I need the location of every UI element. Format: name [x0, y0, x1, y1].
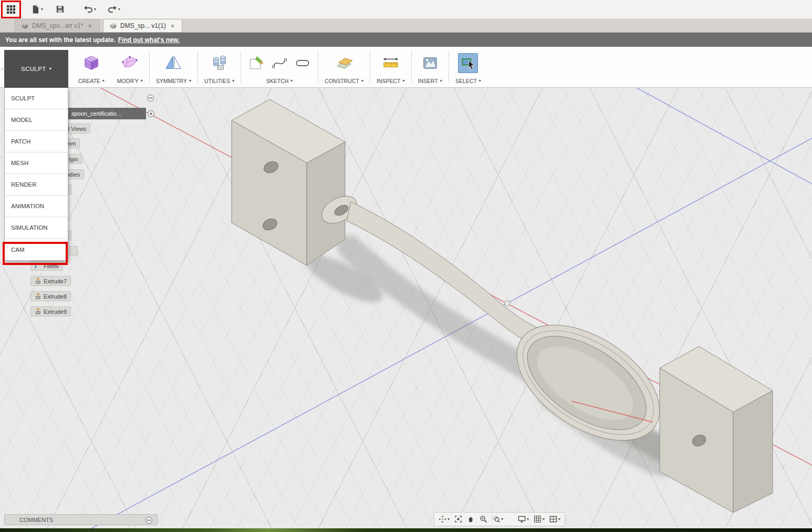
comments-collapse-button[interactable] [145, 516, 153, 525]
workspace-menu-item-model[interactable]: MODEL [5, 109, 68, 131]
menu-item-label: SIMULATION [11, 224, 47, 231]
workspace-current-label: SCULPT [21, 66, 46, 72]
ribbon-group-create[interactable]: CREATE▾ [72, 47, 111, 87]
sketch-pencil-icon [248, 55, 264, 71]
tab-close-icon[interactable]: × [170, 22, 176, 30]
zoom-icon [480, 515, 487, 523]
ribbon-group-construct[interactable]: CONSTRUCT▾ [318, 47, 370, 87]
browser-item-partial[interactable] [67, 246, 78, 256]
caret-down-icon: ▾ [403, 79, 405, 83]
redo-button[interactable]: ▾ [105, 3, 123, 15]
workspace-menu-item-animation[interactable]: ANIMATION [5, 196, 68, 217]
workspace-switcher-button[interactable]: SCULPT ▾ [4, 50, 68, 88]
pan-orbit-icon [439, 515, 446, 523]
workspace-menu-item-render[interactable]: RENDER [5, 174, 68, 196]
pan-hand-button[interactable] [465, 514, 477, 524]
minus-circle-icon [147, 94, 154, 102]
browser-item-fillet6[interactable]: Fillet6 [30, 261, 63, 271]
ribbon-group-symmetry[interactable]: SYMMETRY▾ [150, 47, 197, 87]
browser-collapse-button[interactable] [147, 94, 154, 104]
update-banner-message: You are all set with the latest update. [5, 36, 116, 44]
workspace-menu: SCULPT MODEL PATCH MESH RENDER ANIMATION… [4, 88, 68, 261]
workspace-menu-item-mesh[interactable]: MESH [5, 152, 68, 174]
menu-item-label: ANIMATION [11, 203, 44, 209]
navigation-bar: ▾ ▾ [434, 512, 565, 526]
workspace-menu-item-simulation[interactable]: SIMULATION [5, 217, 68, 239]
redo-caret-icon: ▾ [118, 7, 120, 12]
workspace-menu-item-patch[interactable]: PATCH [5, 131, 68, 152]
browser-item-extrude7[interactable]: Extrude7 [30, 276, 71, 286]
measure-ruler-icon [382, 54, 400, 72]
workspace-menu-item-sculpt[interactable]: SCULPT [5, 88, 68, 109]
document-tab-2[interactable]: DMS_sp... v1(1) × [103, 19, 182, 32]
ribbon-group-label: CONSTRUCT [325, 78, 359, 84]
file-menu-button[interactable]: ▾ [28, 3, 46, 16]
browser-item-extrude9[interactable]: Extrude9 [30, 306, 71, 316]
create-icon[interactable] [81, 53, 101, 73]
panel-collapse-arrow[interactable]: ‹ [0, 65, 5, 71]
symmetry-icon[interactable] [163, 53, 183, 73]
spoon-body[interactable] [317, 191, 680, 464]
ribbon-group-label: UTILITIES [204, 78, 230, 84]
ribbon-group-insert[interactable]: INSERT▾ [412, 47, 449, 87]
caret-down-icon: ▾ [479, 79, 481, 83]
sketch-slot-icon[interactable] [294, 54, 311, 72]
menu-item-label: MESH [11, 160, 28, 166]
browser-visibility-button[interactable] [147, 110, 155, 120]
fixture-block-1[interactable] [232, 99, 345, 265]
file-menu-caret-icon: ▾ [41, 7, 43, 12]
menu-item-label: MODEL [11, 117, 33, 123]
viewports-button[interactable]: ▾ [547, 514, 563, 524]
inspect-icon[interactable] [381, 53, 401, 73]
select-icon[interactable] [458, 53, 478, 73]
browser-item-label: rigin [67, 156, 78, 162]
ribbon-group-sketch[interactable]: SKETCH▾ [241, 47, 318, 87]
grid-settings-button[interactable]: ▾ [532, 514, 547, 524]
taskbar-edge [0, 528, 812, 532]
insert-image-icon [421, 54, 439, 72]
ribbon-group-modify[interactable]: MODIFY▾ [111, 47, 149, 87]
construct-icon[interactable] [334, 53, 354, 73]
caret-down-icon: ▾ [49, 67, 51, 71]
ribbon-group-label: MODIFY [117, 78, 139, 84]
fit-view-button[interactable] [452, 514, 464, 524]
caret-down-icon: ▾ [102, 79, 105, 83]
ribbon-group-inspect[interactable]: INSPECT▾ [370, 47, 411, 87]
whats-new-link[interactable]: Find out what's new. [118, 36, 180, 44]
caret-down-icon: ▾ [361, 79, 363, 83]
ribbon-group-select[interactable]: SELECT▾ [449, 47, 487, 87]
zoom-window-button[interactable]: ▾ [490, 514, 505, 524]
undo-icon [84, 5, 93, 13]
caret-down-icon: ▾ [501, 517, 503, 521]
extrude-icon [35, 293, 41, 300]
caret-down-icon: ▾ [558, 517, 560, 521]
caret-down-icon: ▾ [447, 517, 450, 521]
comments-bar[interactable]: COMMENTS [4, 514, 158, 525]
construct-planes-icon [335, 54, 353, 72]
insert-icon[interactable] [420, 53, 440, 73]
viewport-3d-scene [0, 88, 812, 528]
create-sketch-icon[interactable] [247, 54, 265, 72]
ribbon-group-label: CREATE [78, 78, 100, 84]
update-banner: You are all set with the latest update. … [0, 33, 812, 47]
fit-view-icon [454, 515, 462, 523]
document-tab-1[interactable]: DMS_spo...art v1* × [15, 19, 100, 32]
workspace-menu-item-cam[interactable]: CAM [5, 239, 68, 260]
ribbon-group-utilities[interactable]: UTILITIES▾ [198, 47, 241, 87]
fixture-block-2[interactable] [660, 346, 773, 513]
utilities-cylinders-icon [211, 54, 228, 72]
modify-icon[interactable] [120, 53, 140, 73]
caret-down-icon: ▾ [440, 79, 442, 83]
undo-button[interactable]: ▾ [81, 3, 99, 15]
pan-orbit-button[interactable]: ▾ [436, 514, 452, 524]
tab-close-icon[interactable]: × [87, 22, 93, 30]
viewport-3d[interactable]: spoon_certificatio... d Views mm rigin o… [0, 88, 812, 528]
app-launcher-grid-button[interactable] [3, 2, 19, 17]
browser-item-extrude8[interactable]: Extrude8 [30, 291, 71, 301]
display-settings-button[interactable]: ▾ [516, 514, 531, 524]
zoom-button[interactable] [477, 514, 490, 524]
utilities-icon[interactable] [210, 53, 230, 73]
save-button[interactable] [53, 3, 67, 16]
sketch-spline-icon[interactable] [270, 54, 288, 72]
ribbon-group-label: SKETCH [266, 78, 289, 84]
